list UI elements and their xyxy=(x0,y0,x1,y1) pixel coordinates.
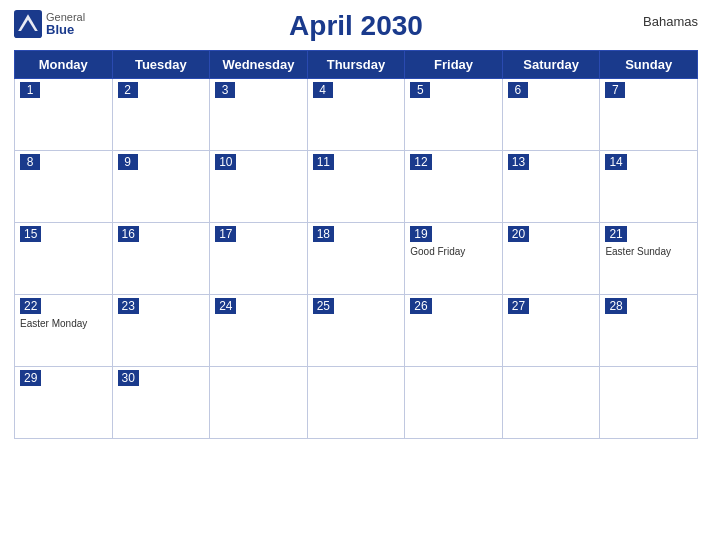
day-cell: 14 xyxy=(600,151,698,223)
day-cell xyxy=(307,367,405,439)
day-cell: 2 xyxy=(112,79,210,151)
day-cell: 10 xyxy=(210,151,308,223)
header-friday: Friday xyxy=(405,51,503,79)
day-cell xyxy=(502,367,600,439)
header-thursday: Thursday xyxy=(307,51,405,79)
day-number: 3 xyxy=(215,82,235,98)
day-cell: 1 xyxy=(15,79,113,151)
day-number: 12 xyxy=(410,154,431,170)
day-cell: 13 xyxy=(502,151,600,223)
day-number: 21 xyxy=(605,226,626,242)
day-number: 8 xyxy=(20,154,40,170)
day-number: 30 xyxy=(118,370,139,386)
calendar-body: 12345678910111213141516171819Good Friday… xyxy=(15,79,698,439)
day-cell: 23 xyxy=(112,295,210,367)
day-number: 6 xyxy=(508,82,528,98)
day-cell: 19Good Friday xyxy=(405,223,503,295)
day-number: 18 xyxy=(313,226,334,242)
day-number: 14 xyxy=(605,154,626,170)
day-cell: 17 xyxy=(210,223,308,295)
week-row-5: 2930 xyxy=(15,367,698,439)
day-cell xyxy=(405,367,503,439)
day-cell: 21Easter Sunday xyxy=(600,223,698,295)
week-row-4: 22Easter Monday232425262728 xyxy=(15,295,698,367)
day-number: 13 xyxy=(508,154,529,170)
day-number: 5 xyxy=(410,82,430,98)
calendar-title: April 2030 xyxy=(289,10,423,42)
day-number: 9 xyxy=(118,154,138,170)
day-number: 15 xyxy=(20,226,41,242)
day-cell: 26 xyxy=(405,295,503,367)
day-cell: 22Easter Monday xyxy=(15,295,113,367)
day-cell: 15 xyxy=(15,223,113,295)
day-cell: 29 xyxy=(15,367,113,439)
day-cell: 3 xyxy=(210,79,308,151)
day-cell: 7 xyxy=(600,79,698,151)
day-cell: 6 xyxy=(502,79,600,151)
day-number: 4 xyxy=(313,82,333,98)
day-number: 17 xyxy=(215,226,236,242)
day-number: 16 xyxy=(118,226,139,242)
header-wednesday: Wednesday xyxy=(210,51,308,79)
calendar-container: General Blue April 2030 Bahamas Monday T… xyxy=(0,0,712,550)
day-number: 26 xyxy=(410,298,431,314)
day-number: 24 xyxy=(215,298,236,314)
day-cell: 28 xyxy=(600,295,698,367)
day-cell: 4 xyxy=(307,79,405,151)
header-monday: Monday xyxy=(15,51,113,79)
day-number: 11 xyxy=(313,154,334,170)
day-number: 22 xyxy=(20,298,41,314)
day-cell: 16 xyxy=(112,223,210,295)
day-cell: 27 xyxy=(502,295,600,367)
week-row-3: 1516171819Good Friday2021Easter Sunday xyxy=(15,223,698,295)
day-number: 1 xyxy=(20,82,40,98)
day-cell: 11 xyxy=(307,151,405,223)
holiday-name: Easter Sunday xyxy=(605,246,692,257)
header-saturday: Saturday xyxy=(502,51,600,79)
day-cell: 5 xyxy=(405,79,503,151)
week-row-2: 891011121314 xyxy=(15,151,698,223)
country-label: Bahamas xyxy=(643,14,698,29)
day-number: 28 xyxy=(605,298,626,314)
day-cell: 20 xyxy=(502,223,600,295)
generalblue-logo-icon xyxy=(14,10,42,38)
day-cell: 18 xyxy=(307,223,405,295)
header-tuesday: Tuesday xyxy=(112,51,210,79)
logo-blue: Blue xyxy=(46,23,85,37)
day-number: 27 xyxy=(508,298,529,314)
logo-area: General Blue xyxy=(14,10,85,38)
day-number: 10 xyxy=(215,154,236,170)
day-cell: 12 xyxy=(405,151,503,223)
day-number: 19 xyxy=(410,226,431,242)
day-cell xyxy=(600,367,698,439)
day-cell: 9 xyxy=(112,151,210,223)
calendar-header: General Blue April 2030 Bahamas xyxy=(14,10,698,42)
day-cell: 8 xyxy=(15,151,113,223)
day-number: 7 xyxy=(605,82,625,98)
day-number: 25 xyxy=(313,298,334,314)
weekday-header-row: Monday Tuesday Wednesday Thursday Friday… xyxy=(15,51,698,79)
day-cell: 25 xyxy=(307,295,405,367)
header-sunday: Sunday xyxy=(600,51,698,79)
day-number: 23 xyxy=(118,298,139,314)
day-number: 29 xyxy=(20,370,41,386)
holiday-name: Easter Monday xyxy=(20,318,107,329)
calendar-table: Monday Tuesday Wednesday Thursday Friday… xyxy=(14,50,698,439)
day-cell: 30 xyxy=(112,367,210,439)
week-row-1: 1234567 xyxy=(15,79,698,151)
logo-text: General Blue xyxy=(46,11,85,37)
day-cell: 24 xyxy=(210,295,308,367)
day-number: 20 xyxy=(508,226,529,242)
day-cell xyxy=(210,367,308,439)
day-number: 2 xyxy=(118,82,138,98)
holiday-name: Good Friday xyxy=(410,246,497,257)
